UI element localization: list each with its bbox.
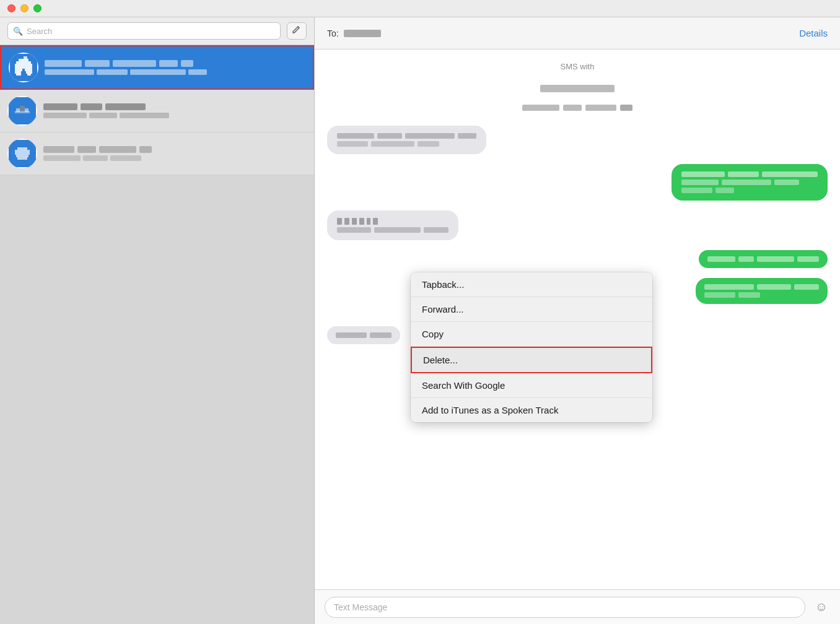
- preview-blur-2a: [43, 113, 87, 118]
- conv-content-1: [45, 60, 305, 75]
- svg-rect-4: [15, 66, 32, 69]
- bubble-outgoing-3: [696, 278, 828, 304]
- blur-out-1e: [722, 180, 771, 185]
- blur-out3-1: [704, 284, 754, 290]
- blur-out-1b: [728, 171, 759, 177]
- context-menu-tapback[interactable]: Tapback...: [411, 272, 652, 297]
- bubble-incoming-3: [327, 326, 400, 344]
- svg-rect-20: [15, 152, 30, 155]
- svg-rect-13: [20, 106, 25, 111]
- preview-blur-2c: [120, 113, 169, 118]
- conv-preview-1: [45, 69, 305, 75]
- blur-target-4: [359, 218, 364, 225]
- context-menu-copy[interactable]: Copy: [411, 322, 652, 347]
- message-row-1: [327, 126, 828, 154]
- blur-out-1a: [681, 171, 725, 177]
- blur-msg-1g: [418, 141, 439, 147]
- compose-button[interactable]: [287, 22, 307, 40]
- name-blur-3c: [99, 146, 136, 153]
- preview-blur-2b: [89, 113, 117, 118]
- close-button[interactable]: [7, 4, 15, 12]
- svg-rect-22: [17, 157, 27, 160]
- name-line-1: [522, 105, 559, 111]
- message-header: To: Details: [315, 17, 840, 50]
- blur-out3-5: [738, 292, 760, 298]
- blur-target-8: [374, 227, 421, 233]
- name-blur-1d: [159, 60, 178, 67]
- message-row-2: [327, 164, 828, 201]
- blur-out2-3: [757, 256, 794, 262]
- blur-out-1f: [774, 180, 799, 185]
- svg-rect-9: [16, 74, 21, 76]
- text-message-placeholder: Text Message: [334, 602, 387, 612]
- conversation-item-2[interactable]: [0, 90, 314, 132]
- conv-content-2: [43, 103, 307, 118]
- conv-name-row-2: [43, 103, 307, 110]
- name-blur-1c: [113, 60, 156, 67]
- blur-out3-3: [794, 284, 819, 290]
- bubble-incoming-1: [327, 126, 486, 154]
- sidebar: 🔍 Search: [0, 17, 315, 624]
- bubble-outgoing-1: [672, 164, 828, 201]
- avatar-2: [7, 96, 37, 126]
- blur-out-1d: [681, 180, 719, 185]
- search-placeholder: Search: [27, 27, 52, 36]
- message-input-bar: Text Message ☺: [315, 589, 840, 624]
- preview-blur-1d: [188, 69, 207, 75]
- sidebar-lower: [0, 175, 314, 624]
- to-label: To:: [327, 28, 339, 38]
- name-blur-1b: [85, 60, 110, 67]
- minimize-button[interactable]: [20, 4, 28, 12]
- blur-msg-1c: [405, 133, 455, 139]
- blur-msg-1d: [458, 133, 476, 139]
- contact-name-label: [327, 84, 828, 95]
- svg-rect-19: [15, 150, 30, 152]
- context-menu-delete[interactable]: Delete...: [411, 347, 652, 373]
- conv-name-row-1: [45, 60, 305, 67]
- message-row-4: [327, 250, 828, 268]
- blur-msg-1e: [337, 141, 368, 147]
- blur-target-3: [352, 218, 357, 225]
- blur-target-1: [337, 218, 342, 225]
- name-blur-2b: [81, 103, 102, 110]
- blur-target-6: [373, 218, 378, 225]
- emoji-button[interactable]: ☺: [813, 599, 830, 616]
- bubble-incoming-2[interactable]: [327, 210, 458, 240]
- search-bar[interactable]: 🔍 Search: [7, 22, 281, 40]
- preview-blur-3a: [43, 155, 81, 161]
- maximize-button[interactable]: [33, 4, 42, 12]
- preview-blur-1b: [97, 69, 128, 75]
- conversation-item-1[interactable]: [0, 45, 314, 90]
- context-menu-itunes[interactable]: Add to iTunes as a Spoken Track: [411, 398, 652, 422]
- blur-out-1g: [681, 188, 712, 193]
- blur-target-5: [367, 218, 370, 225]
- blur-out3-2: [757, 284, 791, 290]
- svg-rect-6: [25, 69, 32, 71]
- preview-blur-1a: [45, 69, 94, 75]
- blur-msg-1b: [377, 133, 402, 139]
- messages-scroll[interactable]: SMS with: [315, 50, 840, 589]
- blur-target-9: [424, 227, 448, 233]
- blur-out2-2: [738, 256, 754, 262]
- blur-out2-1: [707, 256, 735, 262]
- name-blur-3d: [139, 146, 152, 153]
- conv-content-3: [43, 146, 307, 161]
- bubble-outgoing-2: [699, 250, 828, 268]
- context-menu-search[interactable]: Search With Google: [411, 373, 652, 398]
- compose-icon: [292, 25, 302, 37]
- blur-out2-4: [797, 256, 819, 262]
- blur-target-2: [344, 218, 349, 225]
- avatar-1: [9, 53, 38, 82]
- svg-rect-11: [24, 56, 27, 59]
- blur-msg-1f: [371, 141, 414, 147]
- text-message-input[interactable]: Text Message: [325, 597, 805, 618]
- conversation-item-3[interactable]: [0, 132, 314, 175]
- svg-rect-7: [15, 71, 21, 74]
- blur-out-1c: [762, 171, 818, 177]
- context-menu-forward[interactable]: Forward...: [411, 297, 652, 322]
- details-button[interactable]: Details: [799, 28, 828, 38]
- blur-target-7: [337, 227, 371, 233]
- search-icon: 🔍: [13, 27, 23, 36]
- svg-rect-3: [15, 64, 32, 66]
- name-blur-1a: [45, 60, 82, 67]
